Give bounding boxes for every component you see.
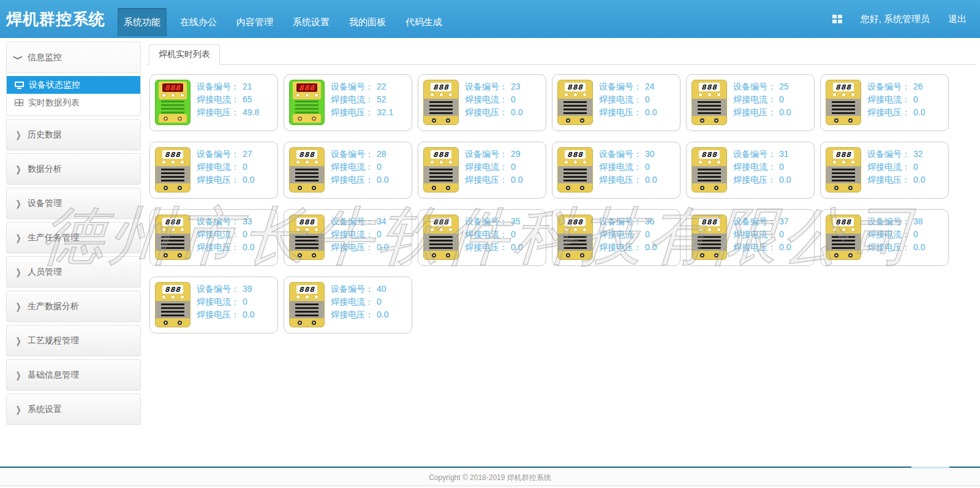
device-card-36[interactable]: 888 设备编号：36 焊接电流：0 焊接电压：0.0 — [552, 209, 680, 266]
welding-voltage-value: 0.0 — [779, 107, 791, 117]
chevron-right-icon: ❯ — [16, 370, 21, 380]
machine-leds — [159, 94, 187, 97]
device-info: 设备编号：27 焊接电流：0 焊接电压：0.0 — [197, 147, 254, 193]
welding-voltage-line: 焊接电压：0.0 — [197, 173, 254, 186]
machine-top-panel: 888 — [159, 82, 187, 99]
machine-base — [156, 251, 190, 259]
machine-display: 888 — [833, 218, 854, 226]
device-card-32[interactable]: 888 设备编号：32 焊接电流：0 焊接电压：0.0 — [820, 142, 949, 199]
device-card-28[interactable]: 888 设备编号：28 焊接电流：0 焊接电压：0.0 — [284, 142, 412, 199]
welding-voltage-value: 49.8 — [243, 107, 259, 117]
sidebar-section-header[interactable]: ❯ 生产数据分析 — [7, 291, 140, 321]
machine-base — [558, 251, 592, 259]
sidebar-section-header[interactable]: ❯ 设备管理 — [7, 188, 140, 218]
navbar-menu-item-1[interactable]: 在线办公 — [174, 8, 223, 36]
device-number-line: 设备编号：34 — [331, 215, 388, 228]
device-card-30[interactable]: 888 设备编号：30 焊接电流：0 焊接电压：0.0 — [552, 142, 680, 199]
sidebar-section-header[interactable]: ❯ 生产任务管理 — [7, 223, 140, 253]
device-info: 设备编号：35 焊接电流：0 焊接电压：0.0 — [465, 215, 522, 261]
device-card-22[interactable]: 888 设备编号：22 焊接电流：52 焊接电压：32.1 — [284, 74, 412, 131]
welding-current-label: 焊接电流： — [733, 229, 776, 239]
welding-voltage-label: 焊接电压： — [465, 242, 508, 252]
tab-welder-realtime-list[interactable]: 焊机实时列表 — [149, 44, 220, 65]
welding-voltage-line: 焊接电压：0.0 — [599, 241, 657, 254]
device-card-29[interactable]: 888 设备编号：29 焊接电流：0 焊接电压：0.0 — [418, 142, 546, 199]
navbar-menu-item-3[interactable]: 系统设置 — [287, 8, 336, 36]
machine-base — [290, 183, 324, 192]
content-area: 焊机实时列表 888 设备编号：21 焊接电流：65 焊接电压：49.8 — [143, 38, 980, 428]
device-card-26[interactable]: 888 设备编号：26 焊接电流：0 焊接电压：0.0 — [820, 74, 949, 131]
device-number-line: 设备编号：32 — [867, 148, 925, 161]
navbar-menu-item-4[interactable]: 我的面板 — [343, 8, 392, 36]
logout-button[interactable]: 退出 — [948, 13, 967, 25]
device-card-37[interactable]: 888 设备编号：37 焊接电流：0 焊接电压：0.0 — [686, 209, 815, 266]
welding-current-value: 0 — [913, 94, 918, 104]
device-info: 设备编号：30 焊接电流：0 焊接电压：0.0 — [599, 147, 657, 193]
navbar-menu-item-0[interactable]: 系统功能 — [118, 8, 167, 36]
device-number-label: 设备编号： — [465, 82, 508, 91]
device-info: 设备编号：26 焊接电流：0 焊接电压：0.0 — [867, 80, 925, 126]
device-card-35[interactable]: 888 设备编号：35 焊接电流：0 焊接电压：0.0 — [418, 209, 546, 266]
welder-machine-icon: 888 — [692, 147, 727, 193]
device-number-line: 设备编号：23 — [465, 80, 522, 93]
device-number-value: 21 — [243, 82, 252, 91]
device-card-31[interactable]: 888 设备编号：31 焊接电流：0 焊接电压：0.0 — [686, 142, 815, 199]
device-card-25[interactable]: 888 设备编号：25 焊接电流：0 焊接电压：0.0 — [686, 74, 815, 131]
device-number-value: 33 — [243, 216, 252, 226]
device-info: 设备编号：21 焊接电流：65 焊接电压：49.8 — [197, 80, 259, 126]
sidebar-section-header[interactable]: ❯ 人员管理 — [7, 257, 140, 287]
welding-current-label: 焊接电流： — [197, 229, 239, 239]
device-number-label: 设备编号： — [867, 82, 910, 91]
welding-voltage-label: 焊接电压： — [733, 107, 776, 117]
welder-machine-icon: 888 — [826, 215, 861, 260]
sidebar-section-header[interactable]: ❯ 基础信息管理 — [7, 360, 140, 390]
device-number-line: 设备编号：25 — [733, 80, 791, 93]
device-card-21[interactable]: 888 设备编号：21 焊接电流：65 焊接电压：49.8 — [149, 74, 278, 131]
device-card-23[interactable]: 888 设备编号：23 焊接电流：0 焊接电压：0.0 — [418, 74, 546, 131]
welding-voltage-value: 32.1 — [377, 107, 393, 117]
device-number-value: 36 — [645, 216, 655, 226]
device-card-38[interactable]: 888 设备编号：38 焊接电流：0 焊接电压：0.0 — [820, 209, 949, 266]
welding-current-label: 焊接电流： — [331, 94, 374, 104]
welding-current-line: 焊接电流：0 — [465, 161, 522, 173]
sidebar-section-header[interactable]: ❯ 历史数据 — [7, 120, 140, 150]
device-number-label: 设备编号： — [733, 216, 776, 226]
welding-voltage-value: 0.0 — [243, 310, 254, 319]
device-number-value: 25 — [779, 82, 789, 91]
sidebar-section-7: ❯ 工艺规程管理 — [6, 325, 141, 356]
device-card-40[interactable]: 888 设备编号：40 焊接电流：0 焊接电压：0.0 — [284, 276, 412, 334]
welding-current-label: 焊接电流： — [867, 162, 910, 172]
machine-base — [159, 114, 187, 123]
welding-current-value: 0 — [645, 94, 650, 104]
sidebar-section-header[interactable]: ❯ 系统设置 — [7, 394, 140, 424]
chevron-right-icon: ❯ — [16, 335, 21, 346]
sidebar-section-label: 工艺规程管理 — [28, 335, 79, 346]
device-card-24[interactable]: 888 设备编号：24 焊接电流：0 焊接电压：0.0 — [552, 74, 680, 131]
welding-current-label: 焊接电流： — [331, 162, 374, 172]
welding-voltage-value: 0.0 — [779, 242, 791, 252]
navbar-menu-item-5[interactable]: 代码生成 — [399, 8, 448, 36]
device-card-39[interactable]: 888 设备编号：39 焊接电流：0 焊接电压：0.0 — [149, 276, 278, 334]
machine-base — [558, 116, 592, 124]
welding-voltage-label: 焊接电压： — [599, 107, 642, 117]
device-card-33[interactable]: 888 设备编号：33 焊接电流：0 焊接电压：0.0 — [149, 209, 278, 266]
welder-machine-icon: 888 — [289, 215, 325, 260]
device-number-line: 设备编号：33 — [197, 215, 254, 228]
sidebar-section-header[interactable]: ❯ 信息监控 — [7, 42, 140, 72]
sidebar-item-realtime-data-list[interactable]: 实时数据列表 — [7, 94, 140, 112]
sidebar-item-device-status-monitor[interactable]: 设备状态监控 — [7, 76, 140, 94]
welding-current-line: 焊接电流：0 — [733, 93, 791, 106]
device-number-value: 27 — [243, 149, 252, 159]
navbar-menu-item-2[interactable]: 内容管理 — [230, 8, 279, 36]
device-number-line: 设备编号：36 — [599, 215, 657, 228]
device-card-34[interactable]: 888 设备编号：34 焊接电流：0 焊接电压：0.0 — [284, 209, 412, 266]
machine-base — [424, 183, 458, 192]
device-card-27[interactable]: 888 设备编号：27 焊接电流：0 焊接电压：0.0 — [149, 142, 278, 199]
sidebar-section-header[interactable]: ❯ 工艺规程管理 — [7, 326, 140, 356]
sidebar-section-header[interactable]: ❯ 数据分析 — [7, 154, 140, 184]
device-info: 设备编号：33 焊接电流：0 焊接电压：0.0 — [197, 215, 254, 261]
apps-grid-icon[interactable] — [832, 15, 842, 23]
machine-display: 888 — [296, 218, 317, 226]
machine-top-panel: 888 — [424, 80, 458, 99]
welding-current-line: 焊接电流：0 — [599, 93, 657, 106]
